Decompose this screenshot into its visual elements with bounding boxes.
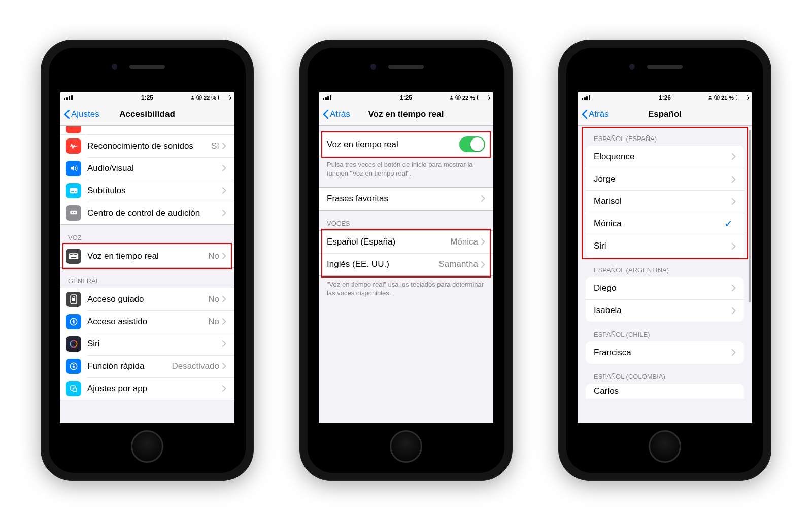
home-button[interactable] (131, 430, 163, 463)
nav-bar: Atrás Español (578, 103, 752, 126)
svg-rect-4 (70, 210, 77, 214)
row-label: Frases favoritas (327, 194, 481, 204)
chevron-right-icon (222, 253, 226, 259)
svg-rect-11 (74, 254, 75, 255)
status-indicators: ⓔ 21 % (708, 94, 734, 101)
chevron-right-icon (222, 296, 226, 302)
row-voice-siri[interactable]: Siri (586, 235, 744, 257)
back-button[interactable]: Ajustes (64, 109, 99, 119)
phone-mockup-3: 1:26 ⓔ 21 % Atrás Español ESPAÑOL (ESPAÑ… (558, 40, 771, 481)
row-voice-francisca[interactable]: Francisca (586, 341, 744, 364)
row-hearing-control-center[interactable]: Centro de control de audición (60, 202, 234, 224)
chevron-right-icon (222, 187, 226, 194)
home-button[interactable] (649, 430, 681, 463)
row-label: Marisol (594, 196, 732, 206)
row-voice-monica[interactable]: Mónica ✓ (586, 213, 744, 235)
row-guided-access[interactable]: Acceso guiado No (60, 288, 234, 310)
row-siri[interactable]: Siri (60, 333, 234, 355)
status-indicators: ⓔ 22 % (190, 94, 216, 101)
chevron-right-icon (732, 198, 736, 205)
cellular-signal-icon (582, 95, 590, 100)
chevron-left-icon (64, 109, 70, 119)
svg-point-19 (70, 340, 77, 347)
row-voice-carlos[interactable]: Carlos (586, 384, 744, 399)
chevron-right-icon (222, 143, 226, 149)
chevron-right-icon (222, 363, 226, 369)
phone-mockup-2: 1:25 ⓔ 22 % Atrás Voz en tiempo real (299, 40, 513, 481)
row-subtitles[interactable]: Subtítulos (60, 180, 234, 202)
phone-mockup-1: 1:25 ⓔ 22 % Ajustes Accesibilidad (41, 40, 254, 481)
row-voice-diego[interactable]: Diego (586, 277, 744, 299)
svg-rect-14 (71, 257, 76, 258)
row-label: Diego (594, 283, 732, 293)
svg-rect-23 (73, 388, 77, 392)
back-label: Ajustes (71, 109, 99, 119)
page-title: Accesibilidad (119, 109, 175, 119)
chevron-right-icon (732, 285, 736, 291)
speaker-grille (647, 65, 683, 69)
cellular-signal-icon (64, 95, 73, 100)
row-assistive-access[interactable]: Acceso asistido No (60, 310, 234, 333)
row-live-speech[interactable]: Voz en tiempo real No (60, 245, 234, 267)
row-label: Reconocimiento de sonidos (87, 141, 211, 151)
row-per-app-settings[interactable]: Ajustes por app (60, 377, 234, 400)
svg-point-18 (73, 319, 75, 321)
svg-rect-3 (75, 191, 76, 192)
hearing-control-icon (66, 205, 81, 221)
speaker-grille (129, 65, 165, 69)
svg-point-21 (73, 364, 75, 365)
row-label: Centro de control de audición (87, 208, 222, 218)
row-label: Siri (594, 241, 732, 251)
page-title: Voz en tiempo real (368, 109, 444, 119)
row-accessibility-shortcut[interactable]: Función rápida Desactivado (60, 355, 234, 377)
chevron-right-icon (222, 318, 226, 325)
svg-rect-9 (71, 254, 72, 255)
toggle-switch[interactable] (459, 136, 485, 152)
chevron-right-icon (481, 238, 485, 245)
back-label: Atrás (589, 109, 609, 119)
status-bar: 1:25 ⓔ 22 % (60, 92, 234, 103)
battery-icon (736, 95, 748, 100)
section-header-argentina: ESPAÑOL (ARGENTINA) (578, 257, 752, 277)
nav-bar: Ajustes Accesibilidad (60, 103, 234, 126)
chevron-right-icon (732, 243, 736, 250)
row-live-speech-toggle[interactable]: Voz en tiempo real (319, 133, 493, 156)
row-audio-visual[interactable]: Audio/visual (60, 157, 234, 180)
section-header-voice: VOZ (60, 225, 234, 245)
svg-point-6 (74, 212, 76, 213)
assistive-access-icon (66, 314, 81, 329)
content: ESPAÑOL (ESPAÑA) Eloquence Jorge Marisol (578, 126, 752, 423)
row-voice-isabela[interactable]: Isabela (586, 299, 744, 322)
footer-voices: "Voz en tiempo real" usa los teclados pa… (319, 276, 493, 300)
camera-dot (112, 64, 117, 70)
row-sound-recognition[interactable]: Reconocimiento de sonidos Sí (60, 135, 234, 157)
back-button[interactable]: Atrás (582, 109, 609, 119)
chevron-right-icon (732, 153, 736, 160)
home-button[interactable] (390, 430, 422, 463)
chevron-left-icon (323, 109, 329, 119)
row-favorite-phrases[interactable]: Frases favoritas (319, 188, 493, 210)
subtitles-icon (66, 183, 81, 198)
status-bar: 1:26 ⓔ 21 % (578, 92, 752, 103)
row-label: Acceso guiado (87, 294, 208, 304)
chevron-right-icon (222, 165, 226, 171)
row-label: Jorge (594, 174, 732, 184)
row-label: Eloquence (594, 152, 732, 162)
row-voice-jorge[interactable]: Jorge (586, 168, 744, 190)
back-button[interactable]: Atrás (323, 109, 350, 119)
row-voice-eloquence[interactable]: Eloquence (586, 146, 744, 168)
keyboard-icon (66, 249, 81, 264)
status-bar: 1:25 ⓔ 22 % (319, 92, 493, 103)
row-voice-spanish[interactable]: Español (España) Mónica (319, 231, 493, 253)
row-voice-marisol[interactable]: Marisol (586, 190, 744, 213)
chevron-right-icon (222, 210, 226, 216)
sound-recognition-icon (66, 138, 81, 154)
row-label: Subtítulos (87, 186, 222, 196)
screen-spanish-voices: 1:26 ⓔ 21 % Atrás Español ESPAÑOL (ESPAÑ… (578, 92, 752, 423)
status-time: 1:25 (141, 94, 153, 101)
content: Reconocimiento de sonidos Sí Audio/visua… (60, 126, 234, 423)
status-indicators: ⓔ 22 % (449, 94, 475, 101)
status-time: 1:25 (400, 94, 412, 101)
row-voice-english[interactable]: Inglés (EE. UU.) Samantha (319, 253, 493, 275)
row-label: Siri (87, 339, 222, 349)
